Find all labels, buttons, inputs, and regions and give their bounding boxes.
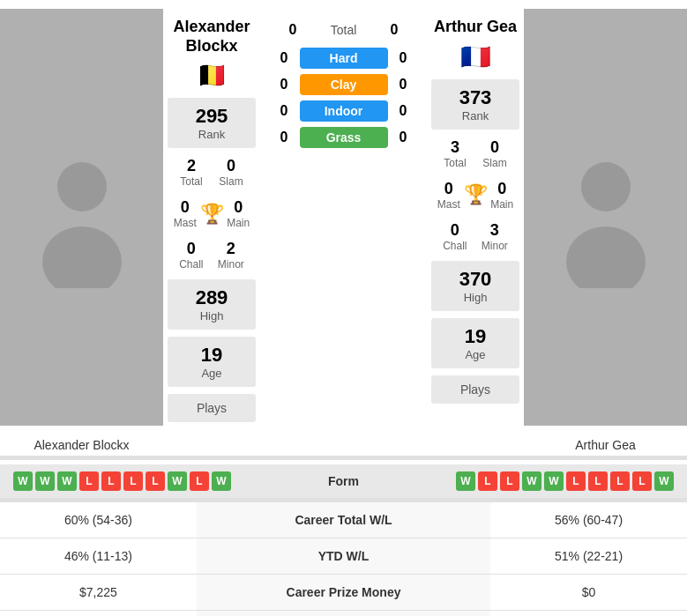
left-high-value: 289	[196, 286, 228, 309]
left-chall-cell: 0 Chall	[179, 240, 203, 271]
left-main-value: 0	[234, 198, 243, 217]
middle-courts: 0 Total 0 0 Hard 0 0 Clay 0 0 Indoor 0 0	[260, 9, 427, 426]
stat-label: Career Total W/L	[197, 502, 490, 538]
left-mast-value: 0	[181, 198, 190, 217]
stat-right-value: 51% (22-21)	[490, 538, 687, 575]
right-minor-label: Minor	[482, 240, 508, 252]
form-result-badge: W	[168, 471, 187, 491]
stats-row: 46% (11-13) YTD W/L 51% (22-21)	[0, 538, 687, 575]
hard-row: 0 Hard 0	[265, 48, 422, 69]
divider-1	[0, 456, 687, 460]
svg-point-1	[42, 226, 122, 288]
stat-right-value: 56% (60-47)	[490, 502, 687, 538]
main-container: Alexander Blockx 🇧🇪 295 Rank 2 Total 0 S…	[0, 0, 687, 616]
left-total-value: 2	[187, 157, 196, 175]
left-mast-label: Mast	[174, 217, 197, 229]
left-chall-value: 0	[187, 240, 196, 258]
stat-left-value: $7,225	[0, 575, 197, 611]
right-rank-value: 373	[459, 86, 492, 109]
right-high-value: 370	[459, 268, 492, 291]
left-slam-label: Slam	[219, 175, 243, 188]
right-main-value: 0	[497, 180, 506, 198]
right-player-flag: 🇫🇷	[460, 42, 491, 71]
total-row: 0 Total 0	[265, 22, 422, 38]
form-result-badge: L	[566, 471, 586, 491]
right-wins-row: 3 Total 0 Slam	[427, 133, 524, 174]
right-clay-score: 0	[388, 77, 419, 93]
left-player-photo	[0, 9, 163, 426]
form-result-badge: L	[101, 471, 121, 491]
stat-left-value: 46% (11-13)	[0, 538, 197, 575]
right-trophy-icon: 🏆	[464, 183, 488, 206]
right-high-label: High	[464, 291, 488, 304]
form-result-badge: W	[35, 471, 55, 491]
right-minor-value: 3	[490, 221, 499, 240]
left-plays-block: Plays	[168, 394, 256, 422]
form-result-badge: L	[632, 471, 652, 491]
form-result-badge: L	[610, 471, 630, 491]
svg-point-2	[581, 162, 631, 212]
form-result-badge: L	[146, 471, 165, 491]
right-player-name-under: Arthur Gea	[524, 434, 687, 456]
left-minor-label: Minor	[218, 258, 244, 271]
left-age-value: 19	[201, 344, 222, 367]
left-hard-score: 0	[269, 50, 300, 66]
right-minor-cell: 3 Minor	[482, 221, 508, 252]
right-high-block: 370 High	[431, 261, 519, 311]
left-player-name: Alexander Blockx	[173, 18, 250, 56]
right-total-court: 0	[379, 22, 410, 38]
left-grass-score: 0	[269, 130, 300, 145]
right-mast-value: 0	[444, 180, 453, 198]
right-grass-score: 0	[388, 130, 419, 145]
stat-label: Career Prize Money	[197, 575, 490, 611]
right-player-photo	[524, 9, 687, 426]
form-result-badge: W	[456, 471, 475, 491]
left-player-flag: 🇧🇪	[197, 61, 228, 90]
left-slam-value: 0	[227, 157, 235, 175]
clay-row: 0 Clay 0	[265, 74, 422, 95]
grass-badge: Grass	[300, 127, 388, 148]
right-player-name: Arthur Gea	[434, 18, 517, 37]
stat-right-value: 0	[490, 611, 687, 616]
svg-point-0	[57, 162, 107, 212]
player-names-row: Alexander Blockx Arthur Gea	[0, 434, 687, 456]
form-result-badge: W	[654, 471, 674, 491]
right-plays-block: Plays	[431, 375, 519, 404]
right-rank-block: 373 Rank	[431, 79, 519, 130]
form-result-badge: W	[13, 471, 33, 491]
left-minor-value: 2	[227, 240, 235, 258]
right-mast-label: Mast	[437, 198, 460, 211]
right-indoor-score: 0	[388, 103, 419, 119]
right-age-block: 19 Age	[431, 318, 519, 368]
stats-row: $7,225 Career Prize Money $0	[0, 575, 687, 611]
left-clay-score: 0	[269, 77, 300, 93]
right-age-label: Age	[465, 348, 485, 361]
left-indoor-score: 0	[269, 103, 300, 119]
right-form-results: WLLWWLLLLW	[397, 471, 675, 491]
stat-label: YTD W/L	[197, 538, 490, 575]
right-mast-row: 0 Mast 🏆 0 Main	[427, 174, 524, 216]
left-stats-column: Alexander Blockx 🇧🇪 295 Rank 2 Total 0 S…	[163, 9, 260, 426]
left-main-cell: 0 Main	[227, 198, 250, 229]
left-main-label: Main	[227, 217, 250, 229]
right-player-header: Arthur Gea 🇫🇷	[427, 9, 524, 76]
top-comparison: Alexander Blockx 🇧🇪 295 Rank 2 Total 0 S…	[0, 0, 687, 434]
left-rank-value: 295	[196, 105, 228, 128]
svg-point-3	[566, 226, 646, 288]
right-total-label: Total	[444, 157, 466, 169]
left-form-results: WWWLLLLWLW	[13, 471, 291, 491]
right-chall-value: 0	[451, 221, 459, 240]
right-rank-label: Rank	[462, 109, 489, 122]
right-stats-column: Arthur Gea 🇫🇷 373 Rank 3 Total 0 Slam	[427, 9, 524, 426]
right-main-label: Main	[490, 198, 513, 211]
left-total-label: Total	[180, 175, 202, 188]
right-slam-value: 0	[490, 138, 499, 157]
form-result-badge: L	[500, 471, 519, 491]
form-result-badge: W	[522, 471, 541, 491]
clay-badge: Clay	[300, 74, 388, 95]
left-total-cell: 2 Total	[180, 157, 202, 188]
left-rank-block: 295 Rank	[168, 98, 256, 148]
left-age-label: Age	[201, 367, 221, 380]
left-trophy-icon: 🏆	[200, 203, 224, 226]
form-result-badge: W	[544, 471, 564, 491]
